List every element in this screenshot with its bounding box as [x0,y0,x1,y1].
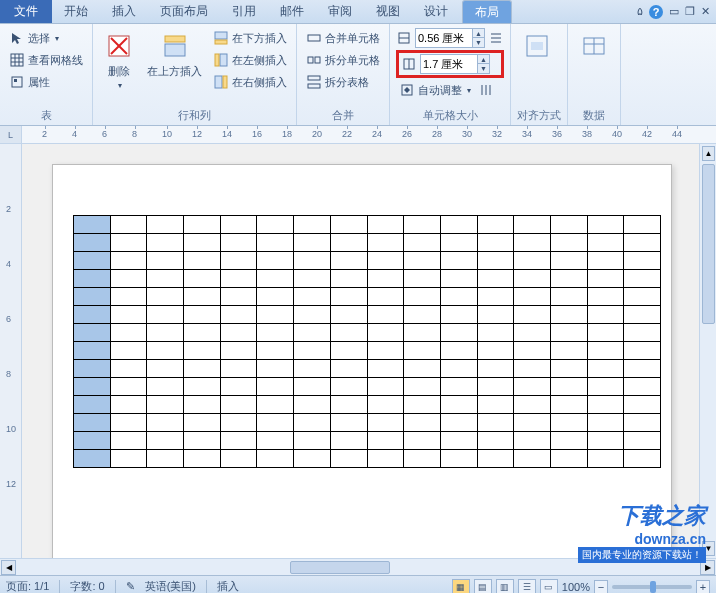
col-width-input[interactable]: ▲▼ [420,54,490,74]
table-cell[interactable] [110,216,147,234]
spinner-down-icon[interactable]: ▼ [472,38,484,47]
table-cell[interactable] [404,234,441,252]
zoom-level[interactable]: 100% [562,581,590,593]
delete-button[interactable]: 删除 ▾ [99,28,139,106]
table-cell[interactable] [514,306,551,324]
table-cell[interactable] [440,342,477,360]
table-cell[interactable] [184,450,221,468]
table-cell[interactable] [550,252,587,270]
scroll-thumb-h[interactable] [290,561,390,574]
table-cell[interactable] [184,270,221,288]
table-cell[interactable] [587,306,624,324]
table-cell[interactable] [330,288,367,306]
table-cell[interactable] [257,378,294,396]
select-button[interactable]: 选择 ▾ [6,28,86,48]
scroll-right-icon[interactable]: ▶ [700,560,715,575]
table-row[interactable] [74,342,661,360]
table-cell[interactable] [514,378,551,396]
insert-below-button[interactable]: 在下方插入 [210,28,290,48]
table-cell[interactable] [550,216,587,234]
table-cell[interactable] [74,432,111,450]
table-cell[interactable] [330,216,367,234]
merge-cells-button[interactable]: 合并单元格 [303,28,383,48]
table-cell[interactable] [367,396,404,414]
minimize-ribbon-icon[interactable]: ۵ [637,5,643,18]
table-cell[interactable] [184,252,221,270]
table-cell[interactable] [367,216,404,234]
table-cell[interactable] [624,414,661,432]
draft-view-icon[interactable]: ▭ [540,579,558,594]
zoom-in-button[interactable]: + [696,580,710,594]
table-cell[interactable] [550,288,587,306]
table-cell[interactable] [624,432,661,450]
table-cell[interactable] [110,378,147,396]
table-cell[interactable] [110,396,147,414]
insert-right-button[interactable]: 在右侧插入 [210,72,290,92]
tab-view[interactable]: 视图 [364,0,412,23]
table-cell[interactable] [330,414,367,432]
table-cell[interactable] [294,378,331,396]
table-cell[interactable] [257,324,294,342]
table-cell[interactable] [514,342,551,360]
table-cell[interactable] [74,234,111,252]
table-cell[interactable] [110,414,147,432]
row-height-field[interactable] [416,32,472,44]
table-cell[interactable] [624,450,661,468]
table-cell[interactable] [514,360,551,378]
table-cell[interactable] [147,324,184,342]
table-cell[interactable] [587,288,624,306]
table-cell[interactable] [550,324,587,342]
outline-view-icon[interactable]: ☰ [518,579,536,594]
table-cell[interactable] [404,360,441,378]
row-height-input[interactable]: ▲▼ [415,28,485,48]
table-cell[interactable] [220,234,257,252]
page-indicator[interactable]: 页面: 1/1 [6,579,49,593]
table-cell[interactable] [404,414,441,432]
table-cell[interactable] [220,288,257,306]
table-cell[interactable] [514,216,551,234]
split-cells-button[interactable]: 拆分单元格 [303,50,383,70]
table-cell[interactable] [294,234,331,252]
spinner-down-icon[interactable]: ▼ [477,64,489,73]
table-cell[interactable] [220,360,257,378]
table-cell[interactable] [514,234,551,252]
distribute-rows-icon[interactable] [488,30,504,46]
distribute-cols-icon[interactable] [478,82,494,98]
table-cell[interactable] [110,252,147,270]
table-cell[interactable] [220,432,257,450]
table-cell[interactable] [550,360,587,378]
table-cell[interactable] [257,432,294,450]
table-cell[interactable] [220,450,257,468]
table-cell[interactable] [74,324,111,342]
table-cell[interactable] [220,378,257,396]
scroll-down-icon[interactable]: ▼ [702,541,715,556]
table-cell[interactable] [477,216,514,234]
table-cell[interactable] [404,288,441,306]
table-cell[interactable] [550,270,587,288]
scroll-left-icon[interactable]: ◀ [1,560,16,575]
table-cell[interactable] [550,234,587,252]
table-cell[interactable] [110,288,147,306]
table-cell[interactable] [440,234,477,252]
table-cell[interactable] [440,252,477,270]
table-cell[interactable] [257,414,294,432]
table-cell[interactable] [587,414,624,432]
table-cell[interactable] [330,360,367,378]
print-layout-view-icon[interactable]: ▦ [452,579,470,594]
table-cell[interactable] [404,396,441,414]
table-row[interactable] [74,234,661,252]
table-cell[interactable] [74,216,111,234]
table-cell[interactable] [184,342,221,360]
table-cell[interactable] [147,216,184,234]
table-cell[interactable] [440,216,477,234]
vertical-scrollbar[interactable]: ▲ ▼ [699,144,716,558]
scroll-up-icon[interactable]: ▲ [702,146,715,161]
table-cell[interactable] [74,378,111,396]
file-tab[interactable]: 文件 [0,0,52,23]
restore-window-icon[interactable]: ❐ [685,5,695,18]
table-cell[interactable] [184,324,221,342]
spell-check-icon[interactable]: ✎ [126,580,135,593]
table-cell[interactable] [477,378,514,396]
table-cell[interactable] [367,306,404,324]
table-cell[interactable] [74,450,111,468]
